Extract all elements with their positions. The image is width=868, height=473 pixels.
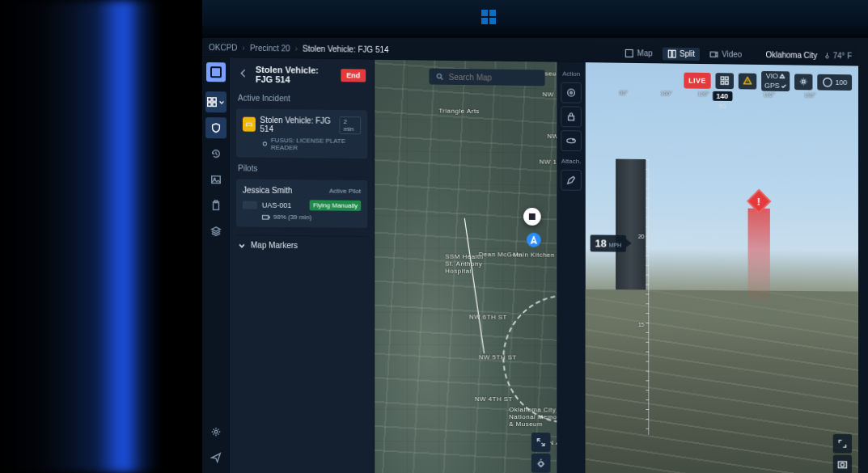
svg-point-30 bbox=[802, 80, 805, 83]
action-lock-button[interactable] bbox=[561, 106, 582, 127]
map-view[interactable]: Parkharvest Museum NW 13TH ST Triangle A… bbox=[375, 60, 557, 473]
svg-point-20 bbox=[539, 462, 543, 466]
crumb-incident[interactable]: Stolen Vehicle: FJG 514 bbox=[303, 44, 389, 54]
incident-age: 2 min bbox=[340, 116, 362, 134]
flight-mode-badge: Flying Manually bbox=[310, 200, 361, 211]
drone-icon bbox=[243, 201, 257, 209]
battery-row: 98% (39 min) bbox=[262, 213, 361, 222]
windows-logo-icon bbox=[481, 10, 498, 26]
vio-gps-indicator[interactable]: VIO GPS bbox=[761, 71, 790, 91]
drone-video-view[interactable]: ! LIVE VIO GPS 100 80° bbox=[586, 62, 858, 473]
rail-history[interactable] bbox=[205, 143, 226, 164]
telemetry-bar: LIVE VIO GPS 100 bbox=[684, 70, 852, 92]
altitude-scale: 20 15 bbox=[632, 159, 650, 435]
grid-toggle[interactable] bbox=[715, 73, 733, 89]
rail-clipboard[interactable] bbox=[205, 195, 226, 216]
temperature: 74° F bbox=[824, 51, 852, 60]
svg-rect-16 bbox=[269, 217, 269, 218]
svg-rect-0 bbox=[625, 49, 633, 57]
svg-rect-8 bbox=[213, 103, 216, 106]
svg-rect-15 bbox=[262, 215, 268, 219]
panel-title: Stolen Vehicle: FJG 514 bbox=[256, 65, 335, 85]
pilot-name: Jessica Smith bbox=[243, 186, 292, 196]
svg-rect-5 bbox=[208, 98, 211, 101]
svg-point-14 bbox=[263, 142, 266, 146]
action-bar: Action Attach. bbox=[557, 62, 585, 473]
svg-point-31 bbox=[824, 78, 832, 86]
video-expand-button[interactable] bbox=[833, 434, 852, 454]
pilot-role: Active Pilot bbox=[329, 188, 361, 195]
speed-indicator: 18 MPH bbox=[591, 234, 626, 251]
svg-rect-23 bbox=[569, 116, 574, 120]
street-label: NW 4TH ST bbox=[475, 395, 513, 403]
map-search[interactable] bbox=[429, 69, 544, 87]
live-badge: LIVE bbox=[684, 72, 710, 88]
action-target-button[interactable] bbox=[561, 82, 582, 103]
speed-caret-icon bbox=[625, 239, 632, 248]
attach-pen-button[interactable] bbox=[561, 170, 582, 191]
map-locate-button[interactable] bbox=[531, 454, 551, 473]
breadcrumb: OKCPD › Precinct 20 › Stolen Vehicle: FJ… bbox=[209, 43, 389, 54]
end-button[interactable]: End bbox=[341, 69, 366, 82]
actionbar-action-label: Action bbox=[562, 70, 580, 78]
crumb-org[interactable]: OKCPD bbox=[209, 43, 238, 52]
compass-strip: 80° 100° 120° 160° 180° 140 90 bbox=[586, 90, 858, 109]
view-map-button[interactable]: Map bbox=[620, 46, 658, 59]
svg-point-19 bbox=[437, 74, 441, 78]
video-capture-button[interactable] bbox=[833, 455, 852, 473]
svg-rect-7 bbox=[208, 103, 211, 106]
app-logo-icon bbox=[205, 62, 225, 82]
svg-point-33 bbox=[840, 463, 844, 467]
action-orbit-button[interactable] bbox=[561, 130, 582, 151]
map-markers-expander[interactable]: Map Markers bbox=[236, 234, 367, 255]
section-pilots: Pilots bbox=[230, 160, 374, 177]
heading-sub: 90 bbox=[718, 103, 726, 110]
svg-rect-26 bbox=[721, 77, 724, 80]
crumb-precinct[interactable]: Precinct 20 bbox=[250, 44, 290, 53]
view-split-button[interactable]: Split bbox=[662, 47, 699, 60]
svg-rect-1 bbox=[668, 50, 671, 57]
incident-source: FUSUS: LICENSE PLATE READER bbox=[262, 137, 361, 152]
street-label: NW 10TH ST bbox=[540, 158, 557, 166]
pilot-card[interactable]: Jessica Smith Active Pilot UAS-001 Flyin… bbox=[236, 179, 367, 227]
map-expand-button[interactable] bbox=[531, 433, 551, 452]
search-input[interactable] bbox=[449, 72, 539, 82]
incident-card[interactable]: Stolen Vehicle: FJG 514 2 min FUSUS: LIC… bbox=[236, 108, 367, 158]
rail-layers[interactable] bbox=[205, 221, 226, 242]
svg-rect-27 bbox=[726, 77, 729, 80]
alert-beam bbox=[748, 209, 770, 305]
rail-image[interactable] bbox=[205, 169, 226, 190]
rail-shield[interactable] bbox=[205, 117, 226, 138]
incident-panel: Stolen Vehicle: FJG 514 End Active Incid… bbox=[230, 57, 375, 473]
svg-rect-3 bbox=[710, 52, 716, 57]
back-button[interactable] bbox=[238, 68, 249, 81]
view-video-button[interactable]: Video bbox=[705, 48, 747, 61]
svg-point-4 bbox=[826, 56, 828, 58]
vehicle-icon bbox=[243, 117, 255, 132]
svg-point-21 bbox=[568, 89, 575, 96]
heading-marker[interactable] bbox=[527, 233, 541, 247]
signal-warning[interactable] bbox=[739, 73, 756, 89]
drone-marker[interactable] bbox=[523, 208, 541, 226]
rail-send[interactable] bbox=[205, 447, 226, 468]
section-active-incident: Active Incident bbox=[230, 90, 374, 107]
battery-indicator: 100 bbox=[817, 74, 852, 90]
rail-dashboard[interactable] bbox=[205, 91, 226, 112]
svg-point-13 bbox=[214, 430, 217, 433]
search-icon bbox=[435, 72, 443, 82]
street-label: Triangle Arts bbox=[438, 108, 480, 116]
svg-rect-2 bbox=[672, 50, 675, 57]
actionbar-attach-label: Attach. bbox=[561, 158, 581, 165]
brightness-toggle[interactable] bbox=[794, 74, 812, 90]
svg-rect-28 bbox=[721, 82, 724, 85]
ground bbox=[586, 289, 858, 473]
rail-settings[interactable] bbox=[205, 421, 226, 442]
incident-title: Stolen Vehicle: FJG 514 bbox=[260, 116, 334, 134]
svg-rect-29 bbox=[726, 82, 729, 85]
street-label: Main Kitchen bbox=[513, 251, 554, 258]
alert-marker[interactable]: ! bbox=[748, 192, 770, 305]
street-label: NW 6TH ST bbox=[469, 313, 507, 320]
nav-rail bbox=[202, 57, 230, 473]
city-name: Oklahoma City bbox=[765, 50, 817, 60]
uas-id: UAS-001 bbox=[262, 201, 291, 209]
